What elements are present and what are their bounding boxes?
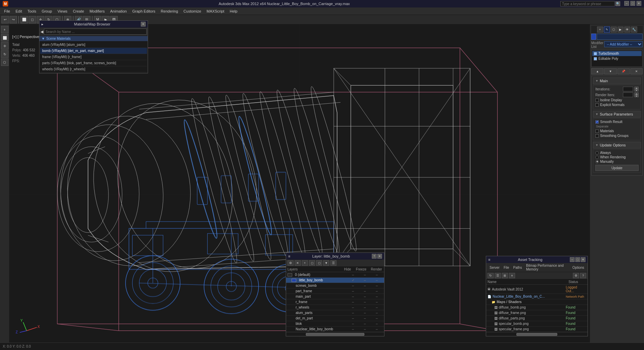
asset-settings-btn[interactable]: ⚙ [573,273,579,278]
menu-file[interactable]: File [1,8,13,14]
iterations-down[interactable]: ▼ [634,89,639,91]
menu-create[interactable]: Create [70,8,87,14]
layer-row-0[interactable]: 0 (default) – – – [286,272,384,278]
menu-modifiers[interactable]: Modifiers [87,8,108,14]
layer-panel-titlebar[interactable]: ≡ Layer: little_boy_bomb ? ✕ [286,253,384,260]
object-color-swatch[interactable] [591,34,596,40]
asset-maximize-btn[interactable]: □ [575,257,580,262]
update-options-rollout-header[interactable]: ▼ Update Options [593,142,641,148]
smoothing-groups-checkbox[interactable] [595,134,599,138]
create-tool[interactable]: + [1,26,9,33]
mod-move-down-btn[interactable]: ▼ [604,68,616,74]
menu-edit[interactable]: Edit [13,8,25,14]
asset-row-file[interactable]: 📄 Nuclear_Little_Boy_Bomb_on_C... Networ… [486,294,588,299]
select-region-button[interactable]: ◻ [29,16,36,23]
asset-menu-file[interactable]: File [501,265,511,270]
manually-radio[interactable] [595,160,599,163]
layer-row-rwheels[interactable]: r_wheels – – – [286,305,384,310]
asset-panel-titlebar[interactable]: ≡ Asset Tracking – □ ✕ [486,256,588,263]
asset-detail-btn[interactable]: ≡ [509,273,515,278]
layer-row-alumparts[interactable]: alum_parts – – – [286,310,384,316]
layer-collapse-btn[interactable]: ◻ [309,260,315,266]
modifier-editable-poly[interactable]: Editable Poly [592,56,642,61]
main-rollout-header[interactable]: ▼ Main [593,77,641,84]
menu-customize[interactable]: Customize [181,8,204,14]
mod-pin-btn[interactable]: 📌 [617,68,630,74]
render-iters-input[interactable]: 2 [623,92,633,97]
layer-add-btn[interactable]: + [302,260,308,266]
panel-tab-modify[interactable]: ✎ [604,27,610,33]
menu-rendering[interactable]: Rendering [158,8,181,14]
asset-scrollbar[interactable] [486,332,588,336]
menu-maxscript[interactable]: MAXScript [204,8,227,14]
menu-graph-editors[interactable]: Graph Editors [130,8,158,14]
move-tool[interactable]: ✛ [1,42,9,50]
asset-menu-paths[interactable]: Paths [511,265,524,270]
material-browser-close[interactable]: ✕ [141,22,146,27]
panel-tab-display[interactable]: 👁 [624,27,630,33]
layer-scrollbar[interactable] [286,332,384,336]
search-button[interactable]: 🔍 [615,1,620,6]
modifier-enable-checkbox-2[interactable] [594,57,597,60]
layer-row-nuclear[interactable]: Nuclear_little_boy_bomb – – – [286,327,384,332]
explicit-normals-checkbox[interactable] [595,103,599,107]
modifier-turbosmooth[interactable]: TurboSmooth [592,51,642,56]
material-item-alum[interactable]: alum (VRayMtl) [alum_parts] [40,42,147,48]
asset-row-vault[interactable]: 🏛 Autodesk Vault 2012 Logged Out... [486,285,588,294]
material-item-frame[interactable]: frame (VRayMtl) [r_frame] [40,54,147,60]
material-item-bomb[interactable]: bomb (VRayMtl) [det_m_part, main_part] [40,48,147,54]
layer-settings-btn[interactable]: ⚙ [287,260,294,266]
layer-filter-btn[interactable]: ▼ [323,260,329,266]
menu-help[interactable]: Help [227,8,240,14]
menu-animation[interactable]: Animation [108,8,130,14]
object-name-field[interactable]: main_part [597,34,643,40]
close-button[interactable]: ✕ [637,1,641,6]
layer-select-btn[interactable]: ◻ [316,260,322,266]
materials-checkbox[interactable] [595,129,599,133]
layer-row-mainpart[interactable]: main_part – – – [286,294,384,299]
menu-tools[interactable]: Tools [25,8,39,14]
maximize-button[interactable]: □ [630,1,635,6]
material-browser-titlebar[interactable]: ▸ Material/Map Browser ✕ [39,21,148,28]
layer-row-blok[interactable]: blok – – – [286,321,384,327]
mod-delete-btn[interactable]: ✕ [630,68,643,74]
layer-row-lbb[interactable]: little_boy_bomb ✓ – – [286,278,384,283]
layer-close-btn[interactable]: ✕ [377,254,382,259]
asset-menu-server[interactable]: Server [488,265,501,270]
always-radio[interactable] [595,151,599,155]
modifier-enable-checkbox[interactable] [594,52,597,55]
layer-row-detmpart[interactable]: det_m_part – – – [286,316,384,321]
asset-row-diffuse-parts[interactable]: 🖼 diffuse_parts.png Found [486,316,588,321]
undo-button[interactable]: ↩ [1,16,9,23]
material-item-parts[interactable]: parts (VRayMtl) [blok, part_frame, screw… [40,60,147,66]
asset-help-btn[interactable]: ? [580,273,586,278]
iterations-up[interactable]: ▲ [634,87,639,89]
menu-views[interactable]: Views [55,8,70,14]
iterations-input[interactable]: 1 [623,87,633,91]
panel-tab-motion[interactable]: ▶ [617,27,624,33]
asset-row-diffuse-frame[interactable]: 🖼 diffuse_frame.png Found [486,310,588,316]
asset-refresh-btn[interactable]: ↻ [488,273,494,278]
rotate-tool[interactable]: ↻ [1,50,9,58]
asset-row-maps-folder[interactable]: 📁 Maps / Shaders [486,299,588,305]
asset-menu-options[interactable]: Options [571,265,586,270]
asset-close-btn[interactable]: ✕ [581,257,585,262]
surface-params-rollout-header[interactable]: ▼ Surface Parameters [593,111,641,118]
select-tool[interactable]: ⬜ [1,34,9,41]
isoline-checkbox[interactable] [595,99,599,102]
layer-row-rframe[interactable]: r_frame – – – [286,299,384,305]
modifier-list-dropdown[interactable]: -- Add Modifier -- TurboSmooth MeshSmoot… [604,41,643,47]
panel-tab-hierarchy[interactable]: ⬡ [611,27,617,33]
update-button[interactable]: Update [595,165,639,171]
panel-tab-utilities[interactable]: 🔧 [631,27,637,33]
scale-tool[interactable]: ⬡ [1,58,9,66]
menu-group[interactable]: Group [39,8,55,14]
layer-row-screws[interactable]: screws_bomb – – – [286,283,384,288]
layer-options-btn[interactable]: ☰ [330,260,336,266]
asset-row-specular-frame[interactable]: 🖼 specular_frame.png Found [486,327,588,332]
asset-row-specular-bomb[interactable]: 🖼 specular_bomb.png Found [486,321,588,327]
asset-row-diffuse-bomb[interactable]: 🖼 diffuse_bomb.png Found [486,305,588,310]
panel-tab-create[interactable]: + [597,27,603,33]
asset-grid-btn[interactable]: ⊞ [502,273,508,278]
smooth-result-checkbox[interactable] [595,120,599,124]
